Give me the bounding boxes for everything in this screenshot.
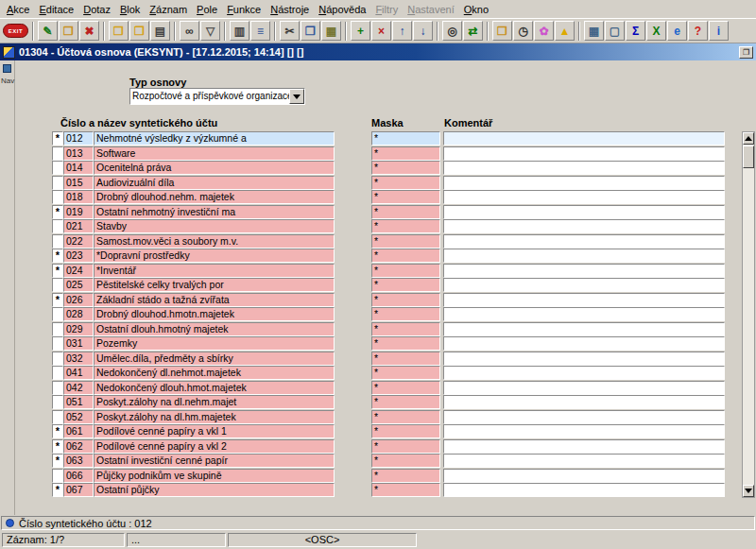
account-name-field[interactable]: Poskyt.zálohy na dl.hm.majetek [94,410,335,424]
menu-zaznam[interactable]: Záznam [145,2,192,17]
menu-napoveda[interactable]: Nápověda [314,2,370,17]
account-name-field[interactable]: Podílové cenné papíry a vkl 2 [94,439,335,454]
menu-nastaveni[interactable]: Nastavení [403,2,459,17]
star-cell[interactable] [52,336,63,351]
excel-export-icon[interactable]: X [646,21,666,41]
komentar-field[interactable] [443,395,725,409]
account-number-field[interactable]: 031 [63,336,94,351]
maska-field[interactable]: * [371,161,440,175]
print-preview-icon[interactable]: ▥ [230,21,249,41]
komentar-field[interactable] [443,205,725,219]
account-number-field[interactable]: 052 [63,410,94,424]
account-number-field[interactable]: 022 [63,234,94,249]
menu-nastroje[interactable]: Nástroje [266,2,314,17]
account-number-field[interactable]: 021 [63,219,94,233]
komentar-field[interactable] [443,352,725,366]
maska-field[interactable]: * [371,205,440,219]
menu-filtry[interactable]: Filtry [370,2,403,17]
account-number-field[interactable]: 023 [63,249,94,263]
maska-field[interactable]: * [371,336,440,351]
account-number-field[interactable]: 024 [63,264,94,278]
star-cell[interactable]: * [52,454,63,468]
star-cell[interactable] [52,307,63,321]
maska-field[interactable]: * [371,483,440,497]
filter-funnel-icon[interactable]: ▽ [200,21,220,41]
account-number-field[interactable]: 014 [63,161,94,175]
account-number-field[interactable]: 041 [63,366,94,380]
account-number-field[interactable]: 013 [63,146,94,161]
komentar-field[interactable] [443,176,725,190]
star-cell[interactable] [52,322,63,336]
account-name-field[interactable]: Ostatní nehmotný investiční ma [94,205,335,219]
komentar-field[interactable] [443,234,725,249]
maska-field[interactable]: * [371,410,440,424]
komentar-field[interactable] [443,483,725,497]
account-name-field[interactable]: Drobný dlouhod.nehm. majetek [94,190,335,204]
maska-field[interactable]: * [371,366,440,380]
maska-field[interactable]: * [371,249,440,263]
star-cell[interactable]: * [52,205,63,219]
account-number-field[interactable]: 029 [63,322,94,336]
maska-field[interactable]: * [371,454,440,468]
account-number-field[interactable]: 063 [63,454,94,468]
star-cell[interactable] [52,219,63,233]
restore-window-button[interactable]: ❐ [739,46,753,59]
account-name-field[interactable]: Pozemky [94,336,335,351]
print-icon[interactable]: ▤ [150,21,170,41]
menu-okno[interactable]: Okno [459,2,493,17]
account-number-field[interactable]: 067 [63,483,94,497]
paste-icon[interactable]: ▦ [321,21,341,41]
find-binoculars-icon[interactable]: ∞ [180,21,199,41]
star-cell[interactable] [52,352,63,366]
maska-field[interactable]: * [371,190,440,204]
star-cell[interactable] [52,161,63,175]
account-name-field[interactable]: Podílové cenné papíry a vkl 1 [94,424,335,438]
account-number-field[interactable]: 032 [63,352,94,366]
star-cell[interactable]: * [52,293,63,307]
account-name-field[interactable]: Nedokončený dl.nehmot.majetek [94,366,335,380]
zoom-icon[interactable]: ◎ [442,21,462,41]
vertical-scrollbar[interactable] [742,131,755,498]
star-cell[interactable]: * [52,264,63,278]
komentar-field[interactable] [443,336,725,351]
edit-record-icon[interactable]: ✎ [38,21,58,41]
komentar-field[interactable] [443,146,725,161]
account-name-field[interactable]: Stavby [94,219,335,233]
warning-triangle-icon[interactable]: ▲ [555,21,575,41]
calculator-icon[interactable]: ▦ [584,21,604,41]
komentar-field[interactable] [443,249,725,263]
maska-field[interactable]: * [371,322,440,336]
star-cell[interactable] [52,234,63,249]
next-record-icon[interactable]: ↓ [413,21,433,41]
account-number-field[interactable]: 042 [63,381,94,395]
komentar-field[interactable] [443,469,725,483]
account-number-field[interactable]: 025 [63,278,94,292]
menu-blok[interactable]: Blok [115,2,145,17]
delete-record-icon[interactable]: × [371,21,391,41]
help-icon[interactable]: ? [688,21,708,41]
account-name-field[interactable]: Ostatní půjčky [94,483,335,497]
account-number-field[interactable]: 019 [63,205,94,219]
nav-tab[interactable]: Nav [1,77,14,85]
menu-funkce[interactable]: Funkce [222,2,266,17]
komentar-field[interactable] [443,131,725,146]
maska-field[interactable]: * [371,293,440,307]
komentar-field[interactable] [443,366,725,380]
account-name-field[interactable]: Ocenitelná práva [94,161,335,175]
typ-osnovy-select[interactable]: Rozpočtové a příspěvkové organizace [129,88,305,105]
maska-field[interactable]: * [371,424,440,438]
komentar-field[interactable] [443,410,725,424]
star-cell[interactable] [52,146,63,161]
scroll-up-button[interactable] [743,132,754,145]
maska-field[interactable]: * [371,234,440,249]
komentar-field[interactable] [443,219,725,233]
account-number-field[interactable]: 026 [63,293,94,307]
maska-field[interactable]: * [371,176,440,190]
komentar-field[interactable] [443,381,725,395]
account-name-field[interactable]: Základní stádo a tažná zvířata [94,293,335,307]
account-number-field[interactable]: 062 [63,439,94,454]
account-name-field[interactable]: Půjčky podnikům ve skupině [94,469,335,483]
komentar-field[interactable] [443,278,725,292]
star-cell[interactable] [52,278,63,292]
account-number-field[interactable]: 061 [63,424,94,438]
